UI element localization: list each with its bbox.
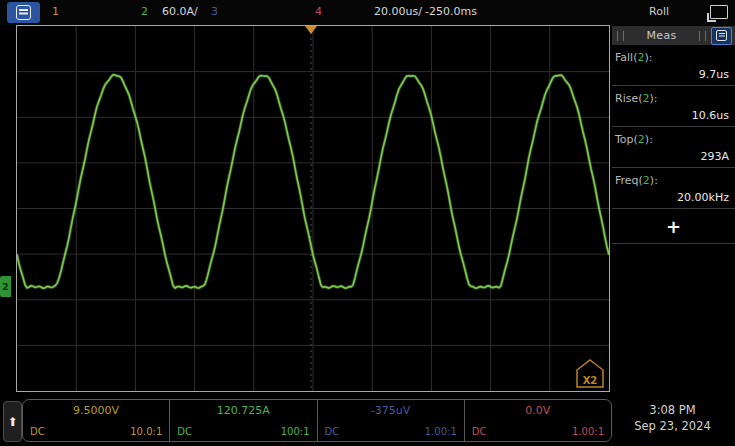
channel-4-probe-ratio: 1.00:1 <box>572 426 604 438</box>
acquisition-mode-label[interactable]: Roll <box>649 5 669 19</box>
clock-display[interactable]: 3:08 PM Sep 23, 2024 <box>612 402 733 434</box>
channel-2-ground-marker[interactable]: 2 <box>0 276 11 297</box>
channel-1-coupling: DC <box>30 426 45 438</box>
measurement-label: Rise(2): <box>615 92 732 105</box>
measurement-row-fall[interactable]: Fall(2): 9.7us <box>612 45 735 86</box>
measurement-value: 10.6us <box>615 105 732 122</box>
channel-4-status[interactable]: 0.0V DC 1.00:1 <box>464 400 611 441</box>
time-label: 3:08 PM <box>612 402 733 418</box>
graticule-area[interactable]: X2 <box>16 25 610 392</box>
channel-2-offset: 120.725A <box>177 404 309 417</box>
channel-status-strip: 9.5000V DC 10.0:1 120.725A DC 100:1 -375… <box>22 399 612 442</box>
channel-3-offset: -375uV <box>325 404 457 417</box>
channel-2-label[interactable]: 2 <box>141 5 148 19</box>
meas-menu-button[interactable] <box>711 27 732 45</box>
bottom-status-bar: ⬆ 9.5000V DC 10.0:1 120.725A DC 100:1 -3… <box>0 395 735 446</box>
channel-4-offset: 0.0V <box>472 404 604 417</box>
channel-3-coupling: DC <box>325 426 340 438</box>
measurement-label: Fall(2): <box>615 51 732 64</box>
channel-3-status[interactable]: -375uV DC 1.00:1 <box>317 400 464 441</box>
top-status-bar: 1 2 60.0A/ 3 4 20.00us/ -250.0ms Roll <box>0 0 735 25</box>
horizontal-delay-value[interactable]: -250.0ms <box>425 5 477 19</box>
drag-handle-icon[interactable] <box>699 31 706 41</box>
sidebar-header: Meas <box>612 26 735 45</box>
sidebar-title: Meas <box>627 29 696 42</box>
channel-2-status[interactable]: 120.725A DC 100:1 <box>169 400 316 441</box>
drag-handle-icon[interactable] <box>617 31 624 41</box>
measurement-label: Top(2): <box>615 133 732 146</box>
main-menu-button[interactable] <box>7 2 40 23</box>
channel-2-coupling: DC <box>177 426 192 438</box>
measurement-value: 20.00kHz <box>615 187 732 204</box>
display-icon[interactable] <box>710 5 728 19</box>
channel-2-probe-ratio: 100:1 <box>281 426 310 438</box>
channel-2-scale[interactable]: 60.0A/ <box>162 5 198 19</box>
channel-1-status[interactable]: 9.5000V DC 10.0:1 <box>23 400 169 441</box>
channel-1-label[interactable]: 1 <box>52 5 59 19</box>
menu-icon <box>16 5 31 20</box>
channel-1-offset: 9.5000V <box>30 404 162 417</box>
list-icon <box>716 30 727 41</box>
expand-panel-button[interactable]: ⬆ <box>3 401 22 442</box>
measurement-value: 293A <box>615 146 732 163</box>
channel-4-coupling: DC <box>472 426 487 438</box>
add-measurement-button[interactable]: + <box>612 209 735 244</box>
measurement-row-rise[interactable]: Rise(2): 10.6us <box>612 86 735 127</box>
measurement-row-top[interactable]: Top(2): 293A <box>612 127 735 168</box>
channel-1-probe-ratio: 10.0:1 <box>130 426 162 438</box>
measurement-value: 9.7us <box>615 64 732 81</box>
channel-3-label[interactable]: 3 <box>211 5 218 19</box>
scope-screen: X2 2 Meas Fall(2): 9.7us Rise(2): 10.6us… <box>0 25 735 395</box>
channel-3-probe-ratio: 1.00:1 <box>425 426 457 438</box>
date-label: Sep 23, 2024 <box>612 418 733 434</box>
measurement-sidebar: Meas Fall(2): 9.7us Rise(2): 10.6us Top(… <box>612 26 735 395</box>
zoom-indicator: X2 <box>583 375 598 386</box>
channel-4-label[interactable]: 4 <box>315 5 322 19</box>
trigger-position-marker[interactable] <box>305 26 317 34</box>
timebase-value[interactable]: 20.00us/ <box>374 5 422 19</box>
measurement-label: Freq(2): <box>615 174 732 187</box>
measurement-row-freq[interactable]: Freq(2): 20.00kHz <box>612 168 735 209</box>
